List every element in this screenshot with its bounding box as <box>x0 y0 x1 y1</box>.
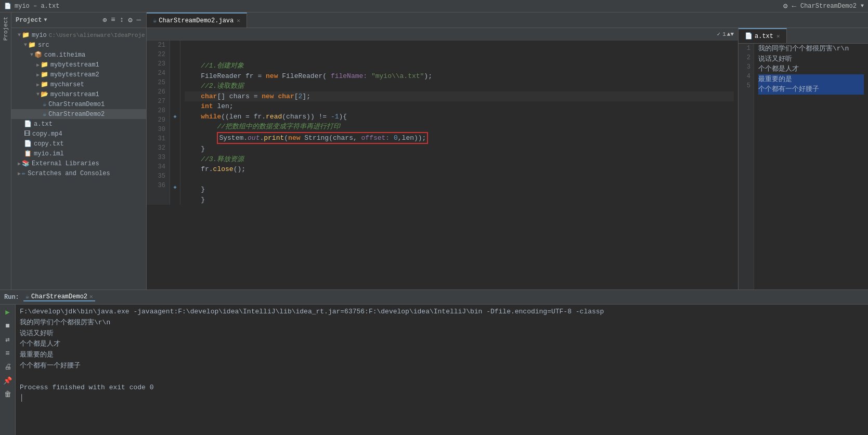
output-cursor: │ <box>20 393 864 404</box>
run-tab-charstream2[interactable]: ☕ CharStreamDemo2 ✕ <box>23 293 95 301</box>
tree-item-mycharset[interactable]: ▶ 📁 mycharset <box>11 80 146 89</box>
editor-area: ☕ CharStreamDemo2.java ✕ ✓ 1 ▲ ▼ <box>147 12 868 289</box>
tab-label-charstream2: CharStreamDemo2.java <box>159 17 234 24</box>
tree-item-scratches[interactable]: ▶ ✏ Scratches and Consoles <box>11 168 146 178</box>
project-tab-label[interactable]: Project <box>1 12 11 45</box>
title-bar: 📄 myio – a.txt ⚙ ← CharStreamDemo2 ▼ <box>0 0 868 12</box>
folder-open-icon: 📂 <box>41 90 48 98</box>
txt-ln-5: 5 <box>742 81 750 90</box>
tree-item-mycharstream1[interactable]: ▼ 📂 mycharstream1 <box>11 89 146 99</box>
project-tree: ▼ 📁 myio C:\Users\alienware\IdeaProje...… <box>11 28 146 289</box>
code-lines[interactable]: //1.创建对象 FileReader fr = new FileReader(… <box>180 41 738 205</box>
tree-item-copymp4[interactable]: 🎞 copy.mp4 <box>11 129 146 139</box>
run-tab-icon: ☕ <box>25 293 29 300</box>
title-icon: 📄 <box>4 3 11 9</box>
ln-28: 28 <box>151 106 165 115</box>
txt-ln-3: 3 <box>742 62 750 72</box>
tree-label-com: com.itheima <box>44 51 85 59</box>
tab-charstream2[interactable]: ☕ CharStreamDemo2.java ✕ <box>147 12 247 28</box>
tree-label-charstream2: CharStreamDemo2 <box>48 111 105 118</box>
code-line-28: while((len = fr.read(chars)) != -1){ <box>185 112 734 122</box>
folder-icon: 📁 <box>41 61 48 69</box>
gutter-32 <box>170 152 180 163</box>
sort-icon[interactable]: ↕ <box>119 16 125 24</box>
gutter-24 <box>170 71 180 82</box>
gutter-30 <box>170 132 180 142</box>
code-area[interactable]: 21 22 23 24 25 26 27 28 29 30 31 <box>147 41 738 289</box>
gutter-21 <box>170 41 180 51</box>
output-line-1: 我的同学们个个都很厉害\r\n <box>20 318 864 328</box>
extlibs-icon: 📚 <box>22 160 30 167</box>
ln-30: 30 <box>151 125 165 134</box>
tree-item-charstream2[interactable]: ☕ CharStreamDemo2 <box>11 109 146 119</box>
tree-label-atxt: a.txt <box>34 121 53 128</box>
txt-line-4: 最重要的是 <box>758 74 864 85</box>
chevron-right-icon: ▶ <box>18 161 21 167</box>
project-dropdown[interactable]: ▼ <box>44 17 47 23</box>
gutter-27 <box>170 101 180 112</box>
play-button[interactable]: ▶ <box>4 307 10 318</box>
tree-item-charstream1[interactable]: ☕ CharStreamDemo1 <box>11 99 146 109</box>
tree-item-atxt[interactable]: 📄 a.txt <box>11 119 146 129</box>
tree-label-mycharstream1: mycharstream1 <box>50 91 99 98</box>
list-run-button[interactable]: ≡ <box>4 348 10 359</box>
breadcrumb-up[interactable]: ▲ <box>727 31 731 37</box>
code-line-31: } <box>185 144 734 154</box>
line-numbers: 21 22 23 24 25 26 27 28 29 30 31 <box>147 41 170 205</box>
tab-close-charstream2[interactable]: ✕ <box>237 17 240 24</box>
tree-item-mybytestream2[interactable]: ▶ 📁 mybytestream2 <box>11 70 146 80</box>
sidebar-tab: Project <box>0 12 11 289</box>
chevron-icon: ▼ <box>30 52 33 58</box>
settings-tree-icon[interactable]: ⚙ <box>127 16 133 24</box>
txt-tab-icon: 📄 <box>745 32 753 40</box>
tab-close-atxt[interactable]: ✕ <box>776 33 780 39</box>
pin-button[interactable]: 📌 <box>2 375 13 386</box>
tree-item-com-itheima[interactable]: ▼ 📦 com.itheima <box>11 50 146 60</box>
tree-item-copytxt[interactable]: 📄 copy.txt <box>11 139 146 149</box>
project-dropdown-icon[interactable]: ▼ <box>861 3 864 9</box>
settings-icon[interactable]: ⚙ <box>783 2 787 10</box>
breadcrumb-down[interactable]: ▼ <box>730 31 734 37</box>
tree-item-myioiml[interactable]: 📋 myio.iml <box>11 149 146 159</box>
code-content: 21 22 23 24 25 26 27 28 29 30 31 <box>147 41 738 205</box>
tree-label-charstream1: CharStreamDemo1 <box>48 101 105 108</box>
print-button[interactable]: 🖨 <box>3 362 12 372</box>
chevron-icon: ▼ <box>18 32 21 38</box>
list-icon[interactable]: ≡ <box>110 16 116 24</box>
tree-item-mybytestream1[interactable]: ▶ 📁 mybytestream1 <box>11 60 146 70</box>
back-icon[interactable]: ← <box>792 2 796 10</box>
output-line-4: 最重要的是 <box>20 350 864 361</box>
code-line-23: //1.创建对象 <box>185 61 734 71</box>
tree-item-src[interactable]: ▼ 📁 src <box>11 40 146 50</box>
editor-tabs: ☕ CharStreamDemo2.java ✕ <box>147 12 868 28</box>
rerun-button[interactable]: ⇄ <box>4 334 10 345</box>
tree-label-mybytestream1: mybytestream1 <box>50 61 99 69</box>
tree-label-myioiml: myio.iml <box>34 150 64 157</box>
tree-item-myio[interactable]: ▼ 📁 myio C:\Users\alienware\IdeaProje... <box>11 30 146 40</box>
comment-23: //1.创建对象 <box>201 62 244 70</box>
add-icon[interactable]: ⊕ <box>101 16 108 24</box>
breadcrumb-line: 1 <box>722 31 726 37</box>
txt-content: 1 2 3 4 5 我的同学们个个都很厉害\r\n 说话又好听 个个都是人才 最… <box>739 44 868 289</box>
gutter-29 <box>170 122 180 132</box>
code-line-24: FileReader fr = new FileReader( fileName… <box>185 71 734 82</box>
txt-ln-1: 1 <box>742 44 750 53</box>
highlighted-code-box: System.out.print(new String(chars, offse… <box>217 132 428 144</box>
bottom-panel: Run: ☕ CharStreamDemo2 ✕ ▶ ■ ⇄ ≡ 🖨 📌 🗑 F… <box>0 289 868 435</box>
tree-item-extlibs[interactable]: ▶ 📚 External Libraries <box>11 159 146 168</box>
iml-icon: 📋 <box>24 150 32 157</box>
gutter-33 <box>170 162 180 173</box>
run-tab-close[interactable]: ✕ <box>89 293 93 300</box>
ln-22: 22 <box>151 50 165 59</box>
gutter-28: ◈ <box>170 112 180 122</box>
tab-atxt[interactable]: 📄 a.txt ✕ <box>739 28 787 43</box>
txt-line-1: 我的同学们个个都很厉害\r\n <box>758 44 864 54</box>
trash-button[interactable]: 🗑 <box>3 389 12 400</box>
chevron-icon: ▼ <box>36 91 40 97</box>
stop-button[interactable]: ■ <box>4 321 10 331</box>
code-line-32: //3.释放资源 <box>185 154 734 165</box>
output-line-5: 个个都有一个好腰子 <box>20 361 864 372</box>
collapse-icon[interactable]: — <box>136 16 142 24</box>
ln-32: 32 <box>151 143 165 153</box>
txt-line-5: 个个都有一个好腰子 <box>758 84 864 95</box>
